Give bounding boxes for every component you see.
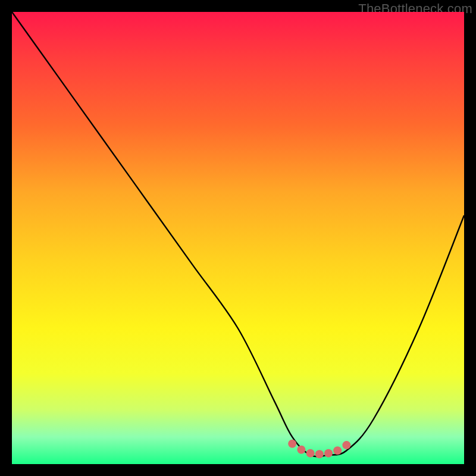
optimal-range-markers [288, 440, 350, 458]
optimal-marker [297, 446, 305, 454]
curve-svg [12, 12, 464, 464]
chart-frame: TheBottleneck.com [0, 0, 476, 476]
optimal-marker [342, 441, 350, 449]
optimal-marker [333, 446, 342, 455]
optimal-marker [315, 450, 324, 458]
optimal-marker [306, 449, 315, 458]
plot-area [12, 12, 464, 464]
optimal-marker [324, 449, 333, 458]
optimal-marker [288, 440, 296, 448]
bottleneck-curve [12, 12, 464, 456]
